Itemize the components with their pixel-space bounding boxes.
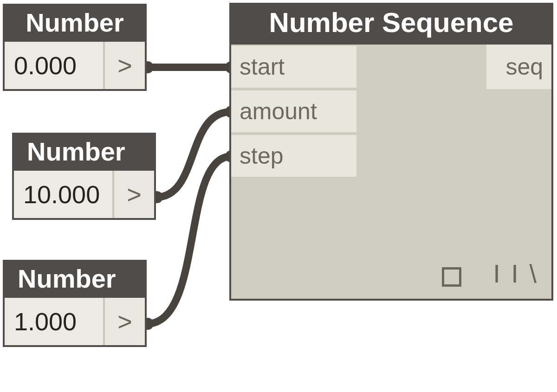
stop-icon[interactable] (442, 267, 461, 287)
number-node-3[interactable]: Number 1.000 > (3, 260, 147, 347)
input-port-start[interactable]: start (231, 45, 356, 89)
number-sequence-node[interactable]: Number Sequence start amount step seq I … (229, 3, 553, 301)
number-value-input[interactable]: 0.000 (5, 42, 105, 89)
node-title: Number (14, 135, 154, 171)
number-node-1[interactable]: Number 0.000 > (3, 4, 147, 91)
number-node-2[interactable]: Number 10.000 > (12, 133, 156, 220)
number-output-port[interactable]: > (105, 298, 145, 345)
node-title: Number (5, 262, 145, 298)
number-value-input[interactable]: 1.000 (5, 298, 105, 345)
tally-icon[interactable]: I I \ (493, 261, 538, 287)
node-title: Number Sequence (231, 5, 551, 45)
number-output-port[interactable]: > (105, 42, 145, 89)
number-value-input[interactable]: 10.000 (14, 171, 114, 218)
number-output-port[interactable]: > (114, 171, 154, 218)
input-port-step[interactable]: step (231, 134, 356, 178)
output-port-seq[interactable]: seq (486, 45, 551, 89)
input-port-amount[interactable]: amount (231, 89, 356, 134)
node-title: Number (5, 6, 145, 42)
